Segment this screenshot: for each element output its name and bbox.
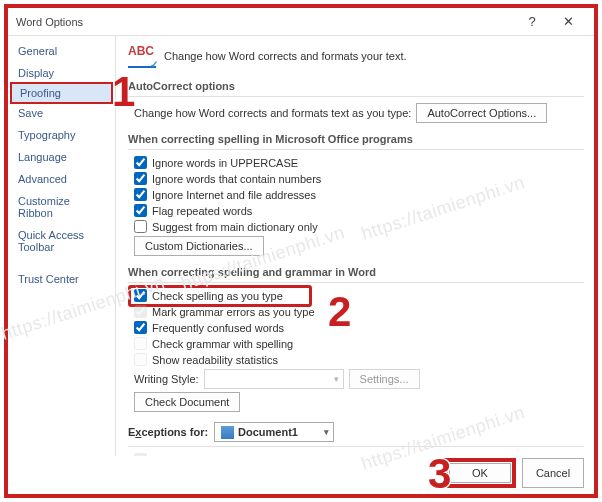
group-heading: When correcting spelling and grammar in … xyxy=(128,262,584,283)
group-heading: AutoCorrect options xyxy=(128,76,584,97)
abc-check-icon: ABC xyxy=(128,44,156,68)
settings-button: Settings... xyxy=(349,369,420,389)
group-word-spelling: When correcting spelling and grammar in … xyxy=(128,262,584,412)
dialog-footer: OK Cancel xyxy=(444,458,584,488)
window-title: Word Options xyxy=(16,16,514,28)
sidebar-item-display[interactable]: Display xyxy=(8,62,115,84)
checkbox[interactable] xyxy=(134,204,147,217)
checkbox-label: Ignore Internet and file addresses xyxy=(152,189,316,201)
sidebar-nav: General Display Proofing Save Typography… xyxy=(8,36,116,456)
checkbox-label: Show readability statistics xyxy=(152,354,278,366)
annotation-2: 2 xyxy=(328,288,351,336)
check-doc-row: Check Document xyxy=(134,392,584,412)
checkbox-row: Show readability statistics xyxy=(134,353,584,366)
checkbox xyxy=(134,337,147,350)
annotation-1: 1 xyxy=(112,68,135,116)
checkbox[interactable] xyxy=(134,156,147,169)
checkbox-row[interactable]: Ignore Internet and file addresses xyxy=(134,188,584,201)
checkbox[interactable] xyxy=(134,172,147,185)
exceptions-heading-row: Exceptions for: Document1 xyxy=(128,418,584,447)
intro-text: Change how Word corrects and formats you… xyxy=(164,50,407,62)
autocorrect-text: Change how Word corrects and formats tex… xyxy=(134,107,411,119)
checkbox-label: Check grammar with spelling xyxy=(152,338,293,350)
sidebar-item-save[interactable]: Save xyxy=(8,102,115,124)
checkbox-label: Ignore words that contain numbers xyxy=(152,173,321,185)
checkbox-row[interactable]: Ignore words in UPPERCASE xyxy=(134,156,584,169)
dialog-body: General Display Proofing Save Typography… xyxy=(8,36,594,456)
checkbox xyxy=(134,453,147,456)
checkbox xyxy=(134,353,147,366)
intro-row: ABC Change how Word corrects and formats… xyxy=(128,44,584,68)
group-office-spelling: When correcting spelling in Microsoft Of… xyxy=(128,129,584,256)
group-exceptions: Exceptions for: Document1 Hide spelling … xyxy=(128,418,584,456)
main-panel: ABC Change how Word corrects and formats… xyxy=(116,36,594,456)
autocorrect-options-button[interactable]: AutoCorrect Options... xyxy=(416,103,547,123)
checkbox[interactable] xyxy=(134,188,147,201)
sidebar-item-proofing[interactable]: Proofing xyxy=(10,82,113,104)
checkbox-label: Ignore words in UPPERCASE xyxy=(152,157,298,169)
sidebar-item-typography[interactable]: Typography xyxy=(8,124,115,146)
checkbox-row[interactable]: Ignore words that contain numbers xyxy=(134,172,584,185)
checkbox-label: Flag repeated words xyxy=(152,205,252,217)
exceptions-label: Exceptions for: xyxy=(128,426,208,438)
checkbox-label: Frequently confused words xyxy=(152,322,284,334)
checkbox-label: Suggest from main dictionary only xyxy=(152,221,318,233)
sidebar-item-customize-ribbon[interactable]: Customize Ribbon xyxy=(8,190,115,224)
ok-button[interactable]: OK xyxy=(449,463,511,483)
autocorrect-row: Change how Word corrects and formats tex… xyxy=(134,103,584,123)
sidebar-item-general[interactable]: General xyxy=(8,40,115,62)
writing-style-row: Writing Style: Settings... xyxy=(134,369,584,389)
checkbox[interactable] xyxy=(134,220,147,233)
titlebar: Word Options ? ✕ xyxy=(8,8,594,36)
sidebar-item-qat[interactable]: Quick Access Toolbar xyxy=(8,224,115,258)
checkbox-row[interactable]: Flag repeated words xyxy=(134,204,584,217)
help-button[interactable]: ? xyxy=(514,8,550,36)
group-heading: When correcting spelling in Microsoft Of… xyxy=(128,129,584,150)
checkbox-row: Hide spelling errors in this document on… xyxy=(134,453,584,456)
checkbox-label: Mark grammar errors as you type xyxy=(152,306,315,318)
highlight-box-2 xyxy=(128,285,312,307)
sidebar-item-advanced[interactable]: Advanced xyxy=(8,168,115,190)
custom-dict-row: Custom Dictionaries... xyxy=(134,236,584,256)
dialog-frame: Word Options ? ✕ General Display Proofin… xyxy=(4,4,598,498)
checkbox-row[interactable]: Frequently confused words xyxy=(134,321,584,334)
writing-style-select xyxy=(204,369,344,389)
checkbox[interactable] xyxy=(134,321,147,334)
close-button[interactable]: ✕ xyxy=(550,8,586,36)
checkbox-row-check-spelling[interactable]: Check spelling as you type xyxy=(134,289,584,302)
checkbox-label: Hide spelling errors in this document on… xyxy=(152,454,353,457)
exceptions-value: Document1 xyxy=(238,426,298,438)
custom-dictionaries-button[interactable]: Custom Dictionaries... xyxy=(134,236,264,256)
cancel-button[interactable]: Cancel xyxy=(522,458,584,488)
writing-style-label: Writing Style: xyxy=(134,373,199,385)
exceptions-select[interactable]: Document1 xyxy=(214,422,334,442)
document-icon xyxy=(221,426,234,439)
annotation-3: 3 xyxy=(428,450,451,498)
sidebar-item-trust-center[interactable]: Trust Center xyxy=(8,268,115,290)
check-document-button[interactable]: Check Document xyxy=(134,392,240,412)
checkbox-row[interactable]: Suggest from main dictionary only xyxy=(134,220,584,233)
checkbox-row: Check grammar with spelling xyxy=(134,337,584,350)
checkbox xyxy=(134,305,147,318)
group-autocorrect: AutoCorrect options Change how Word corr… xyxy=(128,76,584,123)
sidebar-item-language[interactable]: Language xyxy=(8,146,115,168)
highlight-box-3: OK xyxy=(444,458,516,488)
